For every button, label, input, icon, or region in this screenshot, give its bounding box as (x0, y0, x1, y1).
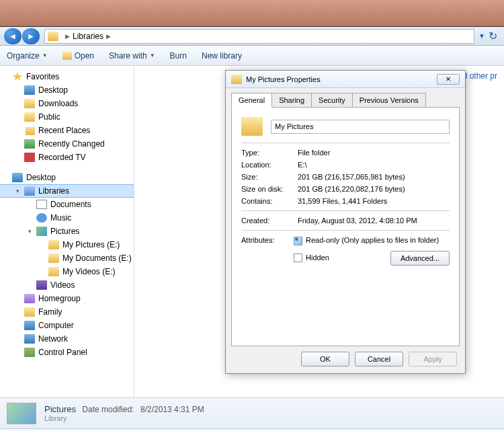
folder-open-icon (62, 52, 72, 60)
tree-favorites[interactable]: Favorites (0, 70, 134, 83)
chevron-down-icon: ▼ (150, 52, 155, 58)
tree-computer[interactable]: Computer (0, 319, 134, 332)
thumbnail-icon (7, 403, 36, 424)
dialog-footer: OK Cancel Apply (226, 352, 465, 373)
tree-homegroup[interactable]: Homegroup (0, 292, 134, 305)
advanced-button[interactable]: Advanced... (390, 251, 450, 266)
tree-network[interactable]: Network (0, 332, 134, 346)
status-bar: Displays the properties of the selected … (0, 428, 504, 431)
breadcrumb-root[interactable]: Libraries (73, 32, 103, 41)
folder-icon (24, 112, 35, 122)
tree-fav-desktop[interactable]: Desktop (0, 83, 134, 97)
organize-menu[interactable]: Organize▼ (7, 51, 48, 61)
folder-name-input[interactable] (271, 120, 450, 134)
homegroup-icon (24, 294, 35, 303)
tab-general-body: Type:File folder Location:E:\ Size:201 G… (231, 107, 460, 346)
window-titlebar (0, 0, 504, 27)
tree-mypictures[interactable]: My Pictures (E:) (0, 238, 134, 251)
properties-dialog: My Pictures Properties ✕ General Sharing… (225, 70, 466, 374)
chevron-down-icon: ▼ (42, 52, 48, 58)
chevron-down-icon[interactable]: ▾ (28, 228, 35, 235)
tree-lib-videos[interactable]: Videos (0, 278, 134, 292)
tree-lib-pictures[interactable]: ▾Pictures (0, 225, 134, 238)
tree-desktop[interactable]: Desktop (0, 171, 134, 184)
folder-icon (48, 240, 59, 249)
tab-strip: General Sharing Security Previous Versio… (226, 88, 465, 107)
label-location: Location: (241, 161, 298, 169)
value-size: 201 GB (216,157,065,981 bytes) (298, 173, 405, 181)
share-menu[interactable]: Share with▼ (109, 51, 155, 61)
burn-button[interactable]: Burn (170, 51, 187, 61)
tree-fav-changed[interactable]: Recently Changed (0, 137, 134, 151)
tab-general[interactable]: General (231, 93, 272, 108)
readonly-checkbox[interactable] (294, 237, 302, 245)
refresh-icon[interactable]: ↻ (485, 30, 500, 42)
tree-fav-downloads[interactable]: Downloads (0, 97, 134, 110)
navigation-tree: Favorites Desktop Downloads Public Recen… (0, 66, 134, 397)
tab-security[interactable]: Security (311, 93, 353, 108)
value-contains: 31,599 Files, 1,441 Folders (298, 197, 387, 205)
network-icon (24, 334, 35, 344)
tree-lib-music[interactable]: Music (0, 211, 134, 225)
folder-icon (48, 267, 59, 276)
hidden-checkbox[interactable] (294, 253, 302, 262)
apply-button: Apply (409, 352, 457, 366)
value-type: File folder (298, 149, 330, 157)
value-sizeondisk: 201 GB (216,220,082,176 bytes) (298, 185, 405, 193)
tab-previous-versions[interactable]: Previous Versions (352, 93, 426, 108)
libraries-icon (24, 186, 35, 196)
folder-icon (48, 253, 59, 263)
computer-icon (24, 321, 35, 330)
close-button[interactable]: ✕ (437, 74, 460, 85)
new-library-button[interactable]: New library (202, 51, 242, 61)
details-pane: Pictures Date modified: 8/2/2013 4:31 PM… (0, 397, 504, 428)
details-name: Pictures (44, 404, 76, 414)
tree-fav-tv[interactable]: Recorded TV (0, 151, 134, 164)
search-folder-icon (24, 139, 35, 149)
folder-large-icon (241, 117, 263, 136)
command-bar: Organize▼ Open Share with▼ Burn New libr… (0, 46, 504, 66)
tree-fav-recent[interactable]: Recent Places (0, 124, 134, 137)
value-location: E:\ (298, 161, 306, 169)
label-contains: Contains: (241, 197, 298, 205)
tree-fav-public[interactable]: Public (0, 110, 134, 124)
star-icon (12, 72, 23, 81)
folder-icon (231, 75, 242, 84)
folder-icon (24, 99, 35, 108)
label-size: Size: (241, 173, 298, 181)
tree-family[interactable]: Family (0, 305, 134, 319)
desktop-icon (12, 173, 23, 182)
tree-myvideos[interactable]: My Videos (E:) (0, 265, 134, 278)
chevron-down-icon[interactable]: ▾ (16, 188, 23, 194)
tv-icon (24, 153, 35, 162)
value-created: Friday, August 03, 2012, 4:08:10 PM (298, 217, 417, 225)
back-button[interactable]: ◄ (4, 28, 22, 44)
document-icon (36, 200, 47, 209)
readonly-label: Read-only (Only applies to files in fold… (306, 236, 439, 244)
folder-icon (48, 32, 58, 41)
chevron-right-icon: ▶ (65, 33, 70, 40)
dialog-title: My Pictures Properties (246, 75, 321, 83)
address-bar[interactable]: ▶ Libraries ▶ (44, 29, 474, 44)
cancel-button[interactable]: Cancel (355, 352, 403, 366)
dialog-titlebar[interactable]: My Pictures Properties ✕ (226, 71, 465, 88)
chevron-right-icon: ▶ (106, 33, 111, 40)
tree-mydocuments[interactable]: My Documents (E:) (0, 251, 134, 265)
pictures-icon (36, 227, 47, 236)
tab-sharing[interactable]: Sharing (271, 93, 312, 108)
tree-controlpanel[interactable]: Control Panel (0, 346, 134, 359)
tree-lib-documents[interactable]: Documents (0, 198, 134, 211)
label-created: Created: (241, 217, 298, 225)
details-type: Library (44, 414, 204, 422)
open-button[interactable]: Open (62, 51, 94, 61)
videos-icon (36, 280, 47, 290)
label-sizeondisk: Size on disk: (241, 185, 298, 193)
dropdown-icon[interactable]: ▼ (478, 32, 485, 40)
control-panel-icon (24, 348, 35, 357)
ok-button[interactable]: OK (301, 352, 349, 366)
tree-libraries[interactable]: ▾Libraries (0, 184, 134, 198)
forward-button[interactable]: ► (22, 28, 40, 44)
music-icon (36, 213, 47, 223)
desktop-icon (24, 85, 35, 95)
details-mod-label: Date modified: (82, 405, 134, 414)
